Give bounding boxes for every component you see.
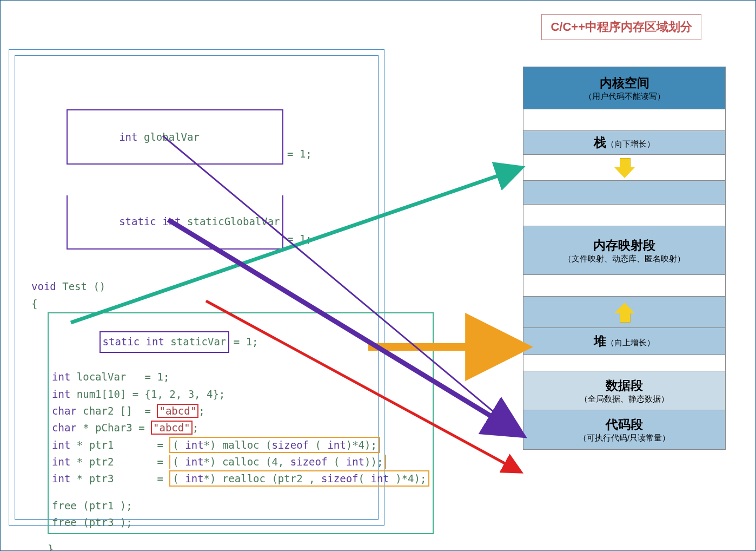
region-heap-arrow xyxy=(523,297,725,328)
line-ptr1: int * ptr1 = ( int*) malloc (sizeof ( in… xyxy=(52,437,429,454)
region-gap-1 xyxy=(523,109,725,131)
line-globalvar-init: = 1; xyxy=(281,148,312,160)
region-mmap: 内存映射段 （文件映射、动态库、匿名映射） xyxy=(523,226,725,275)
region-data: 数据段 （全局数据、静态数据） xyxy=(523,371,725,410)
line-ptr2: int * ptr2 = ( int*) calloc (4, sizeof (… xyxy=(52,454,429,470)
region-gap-4 xyxy=(523,275,725,297)
region-kernel: 内核空间 （用户代码不能读写） xyxy=(523,67,725,109)
line-staticvar: static int staticVar = 1; xyxy=(52,316,429,369)
arrow-up-icon xyxy=(614,302,635,323)
line-globalvar-decl: int globalVar xyxy=(119,131,280,143)
region-gap-5 xyxy=(523,355,725,371)
region-heap: 堆（向上增长） xyxy=(523,328,725,355)
region-gap-2 xyxy=(523,181,725,205)
diagram-title: C/C++中程序内存区域划分 xyxy=(541,14,701,40)
line-num1: int num1[10] = {1, 2, 3, 4}; xyxy=(52,386,429,403)
line-localvar: int localVar = 1; xyxy=(52,369,429,385)
global-vars-box: int globalVar = 1; xyxy=(31,94,367,181)
region-gap-3 xyxy=(523,205,725,226)
line-ptr3: int * ptr3 = ( int*) realloc (ptr2 , siz… xyxy=(52,470,429,487)
line-brace-close: } xyxy=(48,541,367,551)
line-staticglobal: static int staticGlobalVar = 1; xyxy=(31,180,367,266)
region-code: 代码段 （可执行代码/只读常量） xyxy=(523,410,725,449)
line-func: void Test () xyxy=(31,278,367,295)
arrow-down-icon xyxy=(614,158,635,177)
local-vars-box: static int staticVar = 1; int localVar =… xyxy=(48,312,434,534)
memory-layout: 内核空间 （用户代码不能读写） 栈（向下增长） 内存映射段 （文件映射、动态库、… xyxy=(523,67,726,450)
region-stack: 栈（向下增长） xyxy=(523,131,725,155)
line-brace-open: { xyxy=(31,296,367,312)
line-char2: char char2 [] = "abcd"; xyxy=(52,403,429,419)
line-free2: free (ptr3 ); xyxy=(52,514,429,531)
code-container-inner: int globalVar = 1; static int staticGlob… xyxy=(15,55,379,520)
line-pchar3: char * pChar3 = "abcd"; xyxy=(52,419,429,436)
line-free1: free (ptr1 ); xyxy=(52,497,429,514)
code-container-outer: int globalVar = 1; static int staticGlob… xyxy=(9,49,384,526)
region-stack-arrow xyxy=(523,155,725,181)
